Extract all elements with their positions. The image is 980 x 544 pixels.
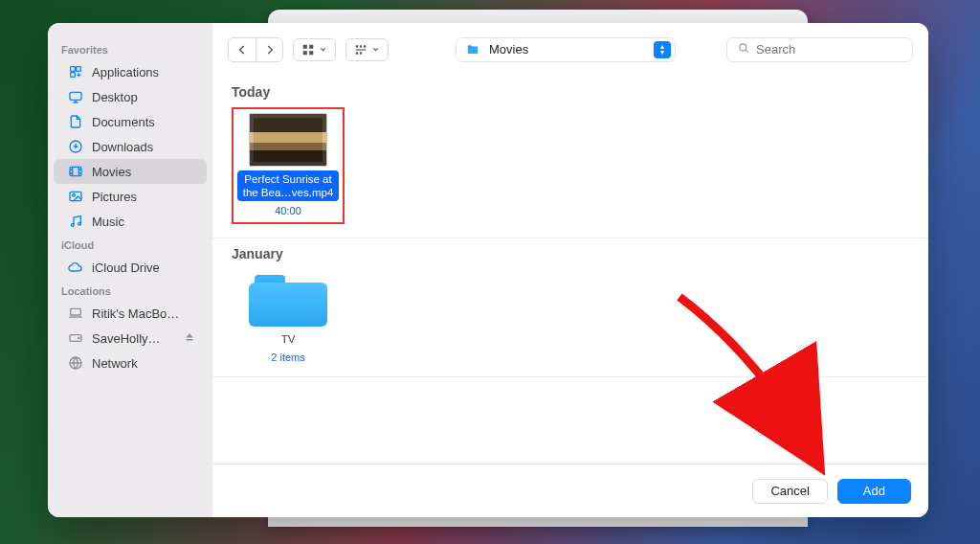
svg-rect-3 <box>70 92 81 100</box>
sidebar-item-label: Ritik's MacBo… <box>92 306 197 321</box>
view-mode-button[interactable] <box>293 38 336 61</box>
sidebar-item-label: Movies <box>92 165 197 179</box>
file-name: Perfect Sunrise at the Bea…ves.mp4 <box>237 170 339 201</box>
file-browser[interactable]: Today Perfect Sunrise at the Bea…ves.mp4… <box>212 77 928 464</box>
sidebar-item-desktop[interactable]: Desktop <box>54 84 207 109</box>
folder-thumbnail <box>249 269 327 327</box>
sidebar-item-volume[interactable]: SaveHolly… <box>54 326 207 351</box>
sidebar-section-header: Favorites <box>48 38 212 59</box>
pictures-icon <box>67 188 84 205</box>
sidebar-item-music[interactable]: Music <box>54 209 207 234</box>
disk-icon <box>67 329 84 347</box>
dialog-footer: Cancel Add <box>212 464 928 517</box>
sidebar-item-downloads[interactable]: Downloads <box>54 134 207 159</box>
file-name: TV <box>278 330 300 348</box>
sidebar-item-documents[interactable]: Documents <box>54 109 207 134</box>
svg-point-24 <box>740 44 746 51</box>
svg-rect-0 <box>71 67 76 72</box>
svg-point-8 <box>71 224 74 227</box>
group-mode-button[interactable] <box>345 38 389 61</box>
open-panel: Favorites Applications Desktop Documents… <box>48 23 928 517</box>
sidebar-item-label: Pictures <box>92 190 197 204</box>
eject-icon[interactable] <box>184 331 197 346</box>
sidebar-item-label: Music <box>92 215 197 229</box>
sidebar: Favorites Applications Desktop Documents… <box>48 23 212 517</box>
svg-rect-2 <box>71 73 76 78</box>
sidebar-item-icloud-drive[interactable]: iCloud Drive <box>54 255 207 280</box>
desktop-icon <box>67 88 84 105</box>
file-meta: 2 items <box>271 351 304 363</box>
svg-rect-21 <box>356 49 367 50</box>
sidebar-section-header: Locations <box>48 280 212 301</box>
sidebar-item-label: SaveHolly… <box>92 331 176 346</box>
svg-point-12 <box>78 337 79 338</box>
file-meta: 40:00 <box>275 205 301 216</box>
svg-rect-10 <box>71 308 81 315</box>
svg-point-7 <box>73 193 76 196</box>
chevron-down-icon <box>319 42 327 57</box>
main-pane: Movies ▲▼ Today Perfect Sunrise at the B… <box>212 23 928 517</box>
downloads-icon <box>67 138 84 155</box>
svg-rect-16 <box>303 51 307 55</box>
sidebar-item-movies[interactable]: Movies <box>54 159 207 184</box>
svg-rect-15 <box>309 44 313 48</box>
sidebar-item-label: Desktop <box>92 90 197 104</box>
toolbar: Movies ▲▼ <box>212 23 928 77</box>
svg-rect-19 <box>360 45 362 47</box>
music-icon <box>67 213 84 230</box>
network-icon <box>67 354 84 372</box>
sidebar-item-network[interactable]: Network <box>54 351 207 375</box>
svg-point-9 <box>78 222 81 225</box>
file-item[interactable]: Perfect Sunrise at the Bea…ves.mp4 40:00 <box>232 107 345 224</box>
search-icon <box>737 41 750 57</box>
folder-item[interactable]: TV 2 items <box>232 269 345 363</box>
cancel-button[interactable]: Cancel <box>752 479 827 504</box>
sidebar-item-label: Downloads <box>92 140 197 154</box>
updown-icon: ▲▼ <box>654 41 671 58</box>
document-icon <box>67 113 84 130</box>
location-name: Movies <box>489 42 646 57</box>
svg-rect-23 <box>360 52 362 54</box>
search-input[interactable] <box>756 42 917 57</box>
svg-rect-18 <box>356 45 358 47</box>
add-button[interactable]: Add <box>837 479 911 504</box>
sidebar-item-label: Documents <box>92 115 197 129</box>
svg-rect-14 <box>303 44 307 48</box>
video-thumbnail <box>249 113 327 167</box>
svg-rect-1 <box>77 67 81 72</box>
svg-rect-5 <box>70 167 81 175</box>
sidebar-section-header: iCloud <box>48 234 212 255</box>
sidebar-item-pictures[interactable]: Pictures <box>54 184 207 209</box>
svg-rect-22 <box>356 52 358 54</box>
back-button[interactable] <box>229 38 256 61</box>
forward-button[interactable] <box>256 38 282 61</box>
group-header: Today <box>212 77 928 103</box>
movies-icon <box>67 163 84 180</box>
nav-buttons <box>228 37 283 62</box>
sidebar-item-label: Network <box>92 356 197 371</box>
applications-icon <box>67 63 84 80</box>
group-header: January <box>212 238 928 265</box>
svg-rect-20 <box>364 45 366 47</box>
sidebar-item-label: Applications <box>92 65 197 79</box>
search-field[interactable] <box>726 37 913 62</box>
laptop-icon <box>67 305 84 322</box>
svg-rect-17 <box>309 51 313 55</box>
sidebar-item-label: iCloud Drive <box>92 261 197 275</box>
location-popup[interactable]: Movies ▲▼ <box>456 37 676 62</box>
chevron-down-icon <box>371 42 380 57</box>
folder-icon <box>464 43 481 57</box>
sidebar-item-applications[interactable]: Applications <box>54 59 207 84</box>
sidebar-item-this-mac[interactable]: Ritik's MacBo… <box>54 301 207 326</box>
cloud-icon <box>67 259 84 276</box>
